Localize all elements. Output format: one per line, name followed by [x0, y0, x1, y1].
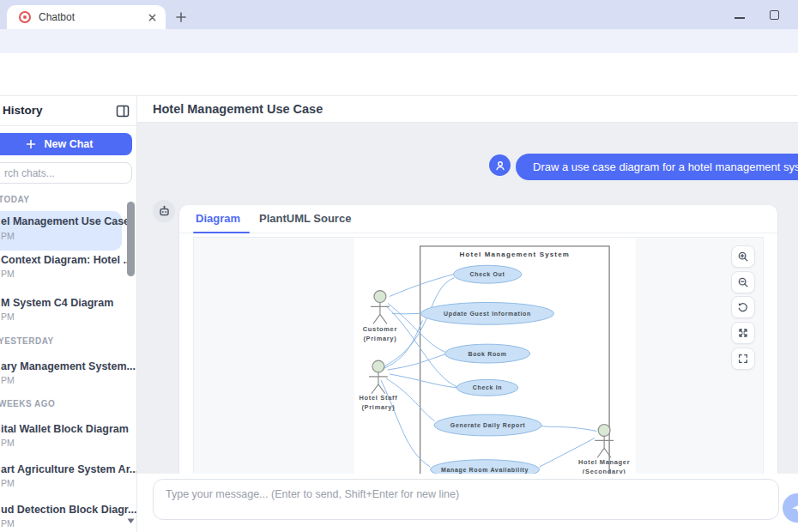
screen: Chatbot ai-toolbox.visual-paradigm.com/a… — [0, 0, 798, 532]
tab-plantuml-source[interactable]: PlantUML Source — [259, 212, 351, 225]
user-message-bubble: Draw a use case diagram for a hotel mana… — [516, 154, 798, 180]
use-case-label: Generate Daily Report — [450, 422, 525, 429]
new-tab-button[interactable] — [174, 10, 188, 24]
history-item-title[interactable]: M System C4 Diagram — [1, 297, 113, 309]
plus-icon — [26, 139, 36, 149]
app-header: Chatbot Powered by Visual Paradigm More … — [0, 53, 798, 96]
diagram-tabrow: Diagram PlantUML Source — [179, 205, 777, 233]
message-input[interactable] — [153, 479, 779, 520]
actor-role: (Primary) — [363, 335, 396, 342]
tab-close-icon[interactable] — [145, 10, 159, 24]
browser-tab[interactable]: Chatbot — [7, 5, 166, 29]
browser-tabstrip: Chatbot — [0, 0, 798, 29]
diagram-viewport[interactable]: Hotel Management System — [193, 237, 764, 492]
new-chat-button[interactable]: New Chat — [0, 133, 132, 155]
zoom-out-button[interactable] — [731, 271, 755, 293]
tab-title: Chatbot — [39, 11, 145, 23]
page-title: Hotel Management Use Case — [153, 102, 323, 116]
send-plane-icon — [790, 501, 798, 515]
new-chat-label: New Chat — [45, 138, 94, 150]
conversation-titlebar: Hotel Management Use Case — [137, 96, 798, 123]
collapse-panel-icon[interactable] — [116, 105, 130, 118]
use-case-label: Check In — [473, 384, 502, 390]
use-case-diagram: Hotel Management System — [354, 238, 636, 491]
use-case-label: Manage Room Availability — [441, 467, 529, 474]
main-panel: Hotel Management Use Case Draw a use cas… — [137, 96, 798, 532]
system-title: Hotel Management System — [460, 251, 570, 258]
window-maximize-button[interactable] — [770, 10, 779, 20]
window-minimize-button[interactable] — [735, 17, 745, 19]
section-label-today: TODAY — [0, 195, 29, 204]
fullscreen-button[interactable] — [731, 348, 755, 370]
robot-icon — [158, 205, 171, 218]
response-card: Diagram PlantUML Source Hotel Management… — [179, 205, 777, 495]
use-case-label: Check Out — [470, 271, 505, 277]
tab-favicon-icon — [19, 11, 31, 23]
composer-bar — [137, 474, 798, 532]
bot-avatar — [153, 200, 175, 222]
history-item-title[interactable]: ital Wallet Block Diagram — [1, 423, 129, 435]
zoom-in-button[interactable] — [731, 245, 755, 268]
send-button[interactable] — [783, 493, 798, 523]
chat-area: Draw a use case diagram for a hotel mana… — [137, 123, 798, 474]
actor-role: (Primary) — [361, 403, 395, 411]
tab-diagram[interactable]: Diagram — [196, 212, 240, 225]
active-tab-underline — [193, 232, 250, 233]
system-boundary — [420, 246, 610, 490]
actor-customer: Customer (Primary) — [363, 291, 397, 343]
history-item-title[interactable]: Context Diagram: Hotel ... — [1, 254, 132, 266]
history-item-title[interactable]: ary Management System... — [1, 360, 136, 372]
search-chats-input[interactable] — [0, 162, 132, 184]
history-item-time: PM — [1, 478, 15, 488]
actor-hotel-staff: Hotel Staff (Primary) — [360, 360, 398, 411]
history-item-time: PM — [1, 518, 15, 529]
history-sidebar: History New Chat TODAY el Management Use… — [0, 96, 137, 532]
history-item-time: PM — [1, 438, 15, 448]
expand-button[interactable] — [731, 322, 755, 344]
history-item-time: PM — [1, 375, 15, 385]
divider — [0, 125, 137, 126]
history-item-time: PM — [1, 311, 15, 322]
reset-view-button[interactable] — [731, 296, 755, 318]
history-title: History — [3, 104, 43, 117]
diagram-canvas: Hotel Management System — [354, 238, 636, 491]
history-item-title[interactable]: el Management Use Case — [1, 215, 130, 227]
section-label-yesterday: YESTERDAY — [0, 336, 54, 346]
use-case-label: Book Room — [468, 351, 506, 357]
use-case-label: Update Guest Information — [444, 311, 531, 317]
browser-toolbar: ai-toolbox.visual-paradigm.com/app/chatb… — [0, 29, 798, 53]
history-item-title[interactable]: ud Detection Block Diagr... — [1, 504, 136, 516]
scrollbar-down-arrow-icon[interactable] — [126, 517, 136, 525]
history-item-title[interactable]: art Agriculture System Ar... — [1, 463, 137, 475]
section-label-weeks-ago: WEEKS AGO — [0, 399, 55, 408]
person-icon — [494, 160, 506, 172]
user-avatar — [489, 154, 511, 176]
sidebar-scrollbar-thumb[interactable] — [127, 202, 135, 276]
history-item-time: PM — [1, 269, 15, 279]
history-item-time: PM — [1, 231, 15, 241]
actor-name: Customer — [363, 325, 397, 333]
actor-name: Hotel Staff — [360, 394, 398, 402]
actor-name: Hotel Manager — [578, 458, 630, 466]
